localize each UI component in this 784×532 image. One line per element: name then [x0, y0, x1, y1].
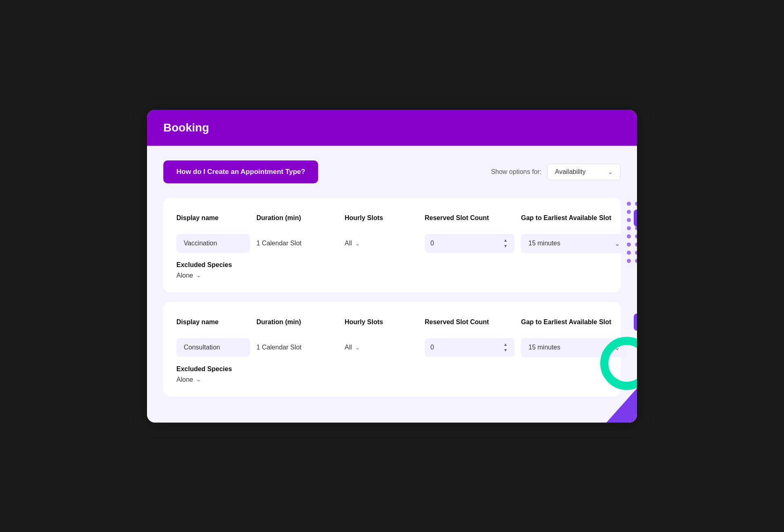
col-reserved-slot-count-1: Reserved Slot Count [425, 214, 514, 222]
alone-dropdown-2[interactable]: Alone ⌄ [176, 376, 608, 383]
display-name-field-2: Consultation [176, 338, 250, 357]
top-bar: How do I Create an Appointment Type? Sho… [163, 160, 621, 183]
section-2: Display name Duration (min) Hourly Slots… [163, 302, 621, 396]
col-hourly-slots-2: Hourly Slots [345, 318, 418, 326]
stepper-up-1[interactable]: ▲ [502, 238, 509, 243]
reserved-slot-count-value-1: 0 [430, 240, 499, 247]
gap-dropdown-1[interactable]: 15 minutes ⌄ [521, 234, 627, 253]
reserved-slot-count-input-2[interactable]: 0 ▲ ▼ [425, 338, 514, 357]
stepper-down-1[interactable]: ▼ [502, 244, 509, 249]
col-duration-2: Duration (min) [256, 318, 338, 326]
show-options-dropdown[interactable]: Availability ⌄ [547, 164, 621, 180]
excluded-species-label-1: Excluded Species [176, 261, 608, 269]
excluded-species-label-2: Excluded Species [176, 365, 608, 373]
duration-field-2: 1 Calendar Slot [256, 344, 338, 351]
card-body: How do I Create an Appointment Type? Sho… [147, 146, 637, 423]
col-display-name-2: Display name [176, 318, 250, 326]
main-card: Booking How do I Create an Appointment T… [147, 110, 637, 423]
gap-value-2: 15 minutes [528, 344, 560, 351]
chevron-down-icon: ⌄ [196, 272, 201, 278]
hourly-slots-dropdown-1[interactable]: All ⌄ [345, 240, 418, 247]
col-gap-2: Gap to Earliest Available Slot [521, 318, 627, 326]
stepper-2[interactable]: ▲ ▼ [502, 342, 509, 353]
table-header-1: Display name Duration (min) Hourly Slots… [176, 209, 608, 227]
table-row-1: Vaccination 1 Calendar Slot All ⌄ 0 ▲ ▼ [176, 234, 608, 253]
reserved-slot-count-input-1[interactable]: 0 ▲ ▼ [425, 234, 514, 253]
stepper-up-2[interactable]: ▲ [502, 342, 509, 347]
enabled-button-2[interactable]: Enabled [634, 314, 637, 331]
card-header: Booking [147, 110, 637, 146]
chevron-down-icon: ⌄ [196, 376, 201, 383]
display-name-field-1: Vaccination [176, 234, 250, 253]
stepper-down-2[interactable]: ▼ [502, 348, 509, 353]
section-1: Display name Duration (min) Hourly Slots… [163, 198, 621, 292]
alone-value-2: Alone [176, 376, 193, 383]
enabled-button-1[interactable]: Enabled [634, 209, 637, 227]
alone-value-1: Alone [176, 272, 193, 279]
col-display-name-1: Display name [176, 214, 250, 222]
excluded-species-section-2: Excluded Species Alone ⌄ [176, 365, 608, 383]
gap-value-1: 15 minutes [528, 240, 560, 247]
chevron-down-icon: ⌄ [355, 345, 360, 351]
hourly-slots-value-2: All [345, 344, 352, 351]
show-options-group: Show options for: Availability ⌄ [491, 164, 621, 180]
excluded-species-section-1: Excluded Species Alone ⌄ [176, 261, 608, 279]
chevron-down-icon: ⌄ [615, 240, 620, 247]
gap-dropdown-2[interactable]: 15 minutes ⌄ [521, 338, 627, 357]
duration-field-1: 1 Calendar Slot [256, 240, 338, 247]
page-title: Booking [163, 121, 621, 134]
show-options-label: Show options for: [491, 168, 541, 176]
col-hourly-slots-1: Hourly Slots [345, 214, 418, 222]
col-gap-1: Gap to Earliest Available Slot [521, 214, 627, 222]
reserved-slot-count-value-2: 0 [430, 344, 499, 351]
col-duration-1: Duration (min) [256, 214, 338, 222]
alone-dropdown-1[interactable]: Alone ⌄ [176, 272, 608, 279]
col-reserved-slot-count-2: Reserved Slot Count [425, 318, 514, 326]
chevron-down-icon: ⌄ [608, 169, 613, 175]
chevron-down-icon: ⌄ [355, 240, 360, 247]
chevron-down-icon: ⌄ [615, 344, 620, 352]
table-row-2: Consultation 1 Calendar Slot All ⌄ 0 ▲ ▼ [176, 338, 608, 357]
show-options-value: Availability [555, 168, 586, 176]
stepper-1[interactable]: ▲ ▼ [502, 238, 509, 249]
table-header-2: Display name Duration (min) Hourly Slots… [176, 314, 608, 331]
hourly-slots-dropdown-2[interactable]: All ⌄ [345, 344, 418, 351]
create-appointment-button[interactable]: How do I Create an Appointment Type? [163, 160, 318, 183]
hourly-slots-value-1: All [345, 240, 352, 247]
